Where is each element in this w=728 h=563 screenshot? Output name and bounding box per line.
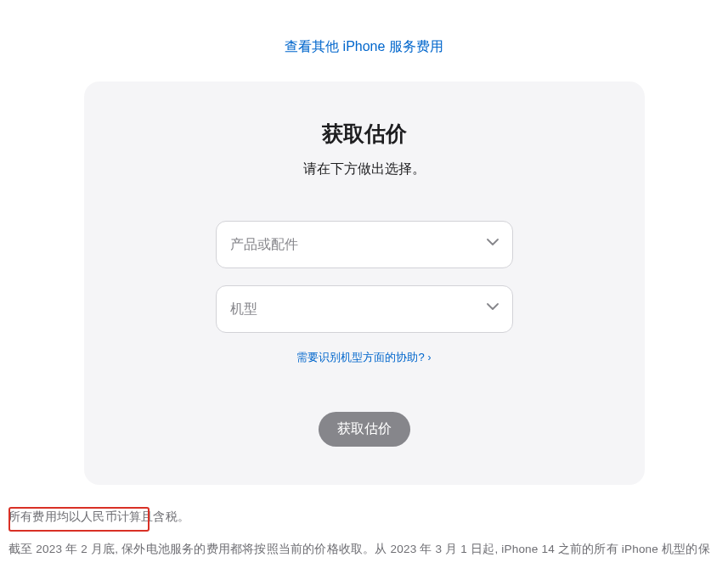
help-identify-link[interactable]: 需要识别机型方面的协助?› xyxy=(135,350,594,365)
model-select-wrapper: 机型 xyxy=(216,285,513,333)
get-estimate-button[interactable]: 获取估价 xyxy=(319,412,410,447)
help-link-text: 需要识别机型方面的协助? xyxy=(296,351,424,363)
chevron-down-icon xyxy=(487,303,499,315)
footer-line-1: 所有费用均以人民币计算且含税。 xyxy=(8,506,720,528)
card-title: 获取估价 xyxy=(135,120,594,148)
model-select-label: 机型 xyxy=(230,301,257,318)
model-select[interactable]: 机型 xyxy=(216,285,513,333)
top-link-container: 查看其他 iPhone 服务费用 xyxy=(8,4,720,82)
chevron-down-icon xyxy=(487,239,499,251)
product-select[interactable]: 产品或配件 xyxy=(216,221,513,268)
product-select-label: 产品或配件 xyxy=(230,236,298,254)
view-other-fees-link[interactable]: 查看其他 iPhone 服务费用 xyxy=(285,39,443,53)
chevron-right-icon: › xyxy=(428,352,432,363)
footer-line-2: 截至 2023 年 2 月底, 保外电池服务的费用都将按照当前的价格收取。从 2… xyxy=(8,538,720,563)
product-select-wrapper: 产品或配件 xyxy=(216,221,513,268)
card-subtitle: 请在下方做出选择。 xyxy=(135,160,594,178)
estimate-card: 获取估价 请在下方做出选择。 产品或配件 机型 需要识别机型方面的协助?› 获取… xyxy=(84,82,645,485)
footer-text: 所有费用均以人民币计算且含税。 截至 2023 年 2 月底, 保外电池服务的费… xyxy=(8,485,720,563)
